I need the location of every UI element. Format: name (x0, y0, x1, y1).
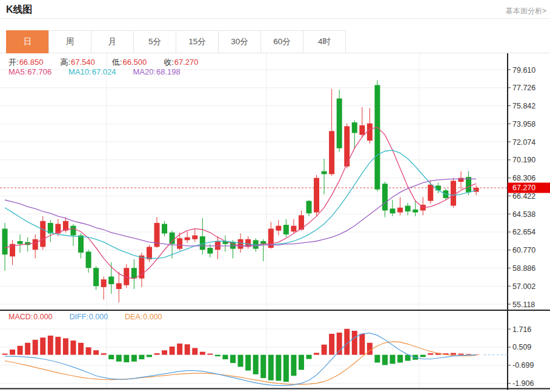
y-tick-label: 70.190 (512, 156, 535, 164)
macd-bar (147, 355, 152, 357)
macd-bar (374, 355, 380, 363)
period-tab-0[interactable]: 日 (6, 30, 49, 53)
candle-body (207, 248, 213, 253)
candle-body (359, 125, 365, 135)
macd-bar (48, 336, 53, 355)
candle-body (459, 178, 464, 182)
macd-bar (276, 355, 281, 381)
macd-tick-label: -0.699 (512, 361, 534, 370)
fundamental-analysis-link[interactable]: 基本面分析> (506, 6, 546, 16)
legend-item: 高:67.540 (60, 58, 103, 67)
macd-bar (245, 355, 251, 371)
candle-body (322, 171, 327, 174)
candle-body (428, 185, 433, 201)
macd-bar (283, 355, 289, 382)
candle-body (306, 201, 312, 214)
ma-legend: MA5:67.706MA10:67.024MA20:68.198 (8, 67, 197, 76)
candle-body (367, 124, 373, 141)
macd-bar (139, 355, 144, 359)
candle-body (78, 235, 84, 252)
period-tab-3[interactable]: 5分 (133, 30, 176, 53)
candle-body (185, 238, 190, 241)
macd-bar (397, 355, 403, 363)
candle-body (314, 178, 319, 213)
macd-bar (451, 353, 456, 355)
candle-body (93, 268, 99, 286)
y-tick-label: 79.610 (512, 66, 535, 75)
period-tab-6[interactable]: 60分 (260, 30, 303, 53)
macd-bar (405, 355, 411, 361)
macd-bar (63, 338, 68, 354)
legend-item: 收:67.270 (164, 58, 207, 67)
y-tick-label: 55.118 (512, 301, 535, 309)
macd-bar (78, 343, 84, 355)
macd-bar (207, 354, 213, 355)
candle-body (131, 268, 137, 278)
current-price-tag-value: 67.270 (512, 184, 535, 192)
candle-body (382, 184, 388, 210)
period-tab-4[interactable]: 15分 (176, 30, 219, 53)
candle-body (147, 247, 152, 259)
candle-body (291, 226, 296, 231)
candle-body (474, 188, 479, 192)
macd-bar (367, 343, 373, 355)
macd-bar (238, 355, 244, 367)
macd-bar (314, 353, 319, 354)
macd-bar (222, 355, 228, 359)
legend-item: MACD:0.000 (8, 313, 61, 321)
macd-bar (93, 350, 99, 354)
legend-item: 开:66.850 (8, 58, 51, 67)
macd-bar (124, 355, 129, 362)
macd-bar (230, 355, 236, 364)
macd-bar (253, 355, 259, 374)
macd-bar (10, 350, 15, 355)
ohlc-legend: 开:66.850高:67.540低:66.500收:67.270 (8, 57, 216, 68)
candle-body (436, 185, 441, 190)
candle-body (390, 208, 396, 213)
kline-page: K线图 基本面分析> 日周月5分15分30分60分4时 79.61077.726… (0, 0, 550, 392)
legend-item: 低:66.500 (112, 58, 155, 67)
header-divider (0, 18, 550, 19)
candle-body (108, 276, 114, 284)
macd-bar (268, 355, 274, 380)
y-tick-label: 58.886 (512, 264, 535, 273)
y-tick-label: 72.074 (512, 138, 535, 147)
macd-bar (101, 353, 107, 354)
period-tab-7[interactable]: 4时 (303, 30, 346, 53)
macd-bar (291, 355, 296, 376)
candle-body (86, 251, 91, 268)
macd-bar (260, 355, 266, 378)
period-tab-5[interactable]: 30分 (218, 30, 261, 53)
macd-bar (200, 352, 205, 355)
candle-body (18, 241, 23, 244)
ma5-line (5, 127, 476, 279)
macd-bar (86, 347, 91, 354)
macd-bar (322, 345, 327, 355)
legend-item: MA10:67.024 (68, 67, 124, 76)
period-tab-1[interactable]: 周 (48, 30, 91, 53)
macd-bar (177, 344, 182, 355)
candle-body (238, 239, 244, 249)
macd-bar (420, 355, 426, 357)
macd-bar (192, 348, 197, 354)
legend-item: MA20:68.198 (133, 67, 188, 76)
macd-bar (306, 355, 312, 359)
macd-bar (428, 353, 433, 354)
kline-chart-canvas[interactable]: 79.61077.72675.84273.95872.07470.19068.3… (0, 53, 550, 392)
macd-bar (329, 334, 334, 355)
macd-tick-label: 0.509 (512, 343, 531, 351)
candle-body (397, 208, 403, 213)
candle-body (70, 226, 76, 236)
y-tick-label: 66.422 (512, 192, 535, 201)
candle-body (200, 236, 205, 250)
macd-bar (108, 355, 114, 359)
period-tab-2[interactable]: 月 (91, 30, 134, 53)
y-tick-label: 77.726 (512, 84, 535, 92)
macd-bar (55, 337, 61, 355)
candle-body (283, 225, 289, 234)
y-tick-label: 75.842 (512, 102, 535, 110)
page-title: K线图 (6, 4, 33, 16)
candle-body (374, 85, 380, 189)
candle-body (352, 122, 357, 133)
macd-bar (185, 344, 190, 354)
